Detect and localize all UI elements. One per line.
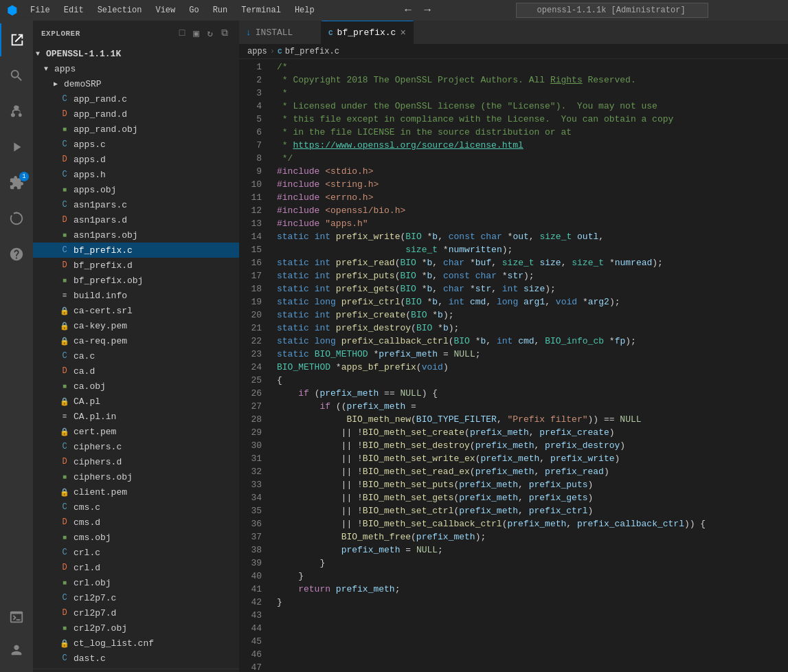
tree-file-asn1pars-c[interactable]: C asn1pars.c: [33, 197, 239, 212]
collapse-button[interactable]: ⧉: [218, 26, 231, 41]
new-file-button[interactable]: □: [177, 26, 188, 41]
search-wrapper: 🔍 openssl-1.1.1k [Administrator]: [516, 3, 708, 18]
tree-file-app-rand-d[interactable]: D app_rand.d: [33, 107, 239, 122]
menu-file[interactable]: File: [25, 4, 56, 16]
tree-file-apps-c[interactable]: C apps.c: [33, 137, 239, 152]
tree-file-app-rand-c[interactable]: C app_rand.c: [33, 91, 239, 107]
code-line-39: || !BIO_meth_set_ctrl(prefix_meth, prefi…: [270, 504, 788, 517]
tree-file-app-rand-obj[interactable]: ■ app_rand.obj: [33, 122, 239, 137]
code-line-43: }: [270, 557, 788, 570]
code-line-38: || !BIO_meth_set_gets(prefix_meth, prefi…: [270, 491, 788, 504]
tree-file-apps-d[interactable]: D apps.d: [33, 152, 239, 167]
code-line-16: static int prefix_write(BIO *b, const ch…: [270, 230, 788, 243]
menu-terminal[interactable]: Terminal: [236, 4, 286, 16]
menu-go[interactable]: Go: [183, 4, 204, 16]
code-line-3: *: [270, 87, 788, 100]
srl-file-icon: 🔒: [59, 306, 70, 315]
activity-test[interactable]: [0, 202, 33, 235]
tab-bf-prefix-c[interactable]: C bf_prefix.c ×: [322, 21, 414, 44]
new-folder-button[interactable]: ▣: [190, 26, 201, 41]
obj-file-icon-ciphers: ■: [59, 473, 70, 481]
tree-folder-demoSRP[interactable]: ▶ demoSRP: [33, 76, 239, 91]
tree-file-ca-obj[interactable]: ■ ca.obj: [33, 379, 239, 394]
activity-bar: 1: [0, 21, 33, 672]
tree-root-folder[interactable]: ▼ OPENSSL-1.1.1K: [33, 46, 239, 61]
code-editor: 12345 678910 1112131415 1617181920 21222…: [239, 59, 788, 672]
tree-file-bf-prefix-c[interactable]: C bf_prefix.c: [33, 243, 239, 258]
activity-search[interactable]: [0, 59, 33, 92]
menu-help[interactable]: Help: [289, 4, 320, 16]
tree-file-crl-d[interactable]: D crl.d: [33, 560, 239, 575]
tree-file-bf-prefix-obj[interactable]: ■ bf_prefix.obj: [33, 273, 239, 288]
menu-run[interactable]: Run: [207, 4, 234, 16]
c-file-icon-cms: C: [59, 502, 70, 512]
code-line-13: #include <openssl/bio.h>: [270, 204, 788, 217]
tree-file-ca-cert-srl[interactable]: 🔒 ca-cert.srl: [33, 303, 239, 318]
tree-file-ca-pl[interactable]: 🔒 CA.pl: [33, 394, 239, 409]
search-bar[interactable]: openssl-1.1.1k [Administrator]: [516, 3, 708, 18]
tree-file-ca-req-pem[interactable]: 🔒 ca-req.pem: [33, 333, 239, 348]
activity-terminal[interactable]: [0, 601, 33, 634]
nav-forward-button[interactable]: →: [419, 2, 436, 19]
tree-file-ca-key-pem[interactable]: 🔒 ca-key.pem: [33, 318, 239, 333]
refresh-button[interactable]: ↻: [205, 26, 216, 41]
activity-run[interactable]: [0, 131, 33, 164]
tab-close-button[interactable]: ×: [400, 27, 405, 38]
code-line-36: || !BIO_meth_set_read_ex(prefix_meth, pr…: [270, 465, 788, 478]
menu-selection[interactable]: Selection: [92, 4, 148, 16]
activity-extensions[interactable]: 1: [0, 166, 33, 199]
tree-file-ct-log-list-cnf[interactable]: 🔒 ct_log_list.cnf: [33, 636, 239, 651]
tree-file-crl2p7-c[interactable]: C crl2p7.c: [33, 590, 239, 605]
file-crl2p7-obj-label: crl2p7.obj: [74, 623, 127, 634]
tree-folder-apps[interactable]: ▼ apps: [33, 61, 239, 76]
file-tree: ▼ OPENSSL-1.1.1K ▼ apps ▶ demoSRP C app_…: [33, 46, 239, 672]
nav-back-button[interactable]: ←: [400, 2, 416, 19]
obj-file-icon-asn1: ■: [59, 232, 70, 239]
breadcrumb-apps: apps: [247, 47, 267, 56]
tree-file-bf-prefix-d[interactable]: D bf_prefix.d: [33, 258, 239, 273]
obj-file-icon-crl2p7: ■: [59, 625, 70, 632]
breadcrumb-sep-icon: ›: [270, 47, 275, 56]
tree-file-apps-h[interactable]: C apps.h: [33, 167, 239, 182]
tree-file-dast-c[interactable]: C dast.c: [33, 651, 239, 666]
file-ca-req-pem-label: ca-req.pem: [74, 336, 127, 346]
activity-account[interactable]: [0, 634, 33, 667]
tree-file-cms-obj[interactable]: ■ cms.obj: [33, 530, 239, 545]
tree-file-cms-d[interactable]: D cms.d: [33, 515, 239, 530]
file-crl-c-label: crl.c: [74, 548, 100, 558]
code-line-24: static long prefix_callback_ctrl(BIO *b,…: [270, 335, 788, 348]
tree-file-ciphers-c[interactable]: C ciphers.c: [33, 439, 239, 454]
tab-install[interactable]: ↓ INSTALL: [239, 21, 322, 44]
file-apps-c-label: apps.c: [74, 139, 106, 150]
tree-file-crl2p7-obj[interactable]: ■ crl2p7.obj: [33, 620, 239, 636]
tree-file-ca-pl-in[interactable]: ≡ CA.pl.in: [33, 409, 239, 424]
tree-file-apps-obj[interactable]: ■ apps.obj: [33, 182, 239, 197]
tree-file-ca-c[interactable]: C ca.c: [33, 348, 239, 363]
tree-file-asn1pars-d[interactable]: D asn1pars.d: [33, 212, 239, 227]
file-apps-obj-label: apps.obj: [74, 185, 116, 195]
obj-file-icon-cms: ■: [59, 534, 70, 541]
tree-file-ciphers-d[interactable]: D ciphers.d: [33, 454, 239, 469]
activity-git[interactable]: [0, 95, 33, 128]
activity-debug[interactable]: [0, 238, 33, 271]
tree-file-crl2p7-d[interactable]: D crl2p7.d: [33, 605, 239, 620]
tree-file-cms-c[interactable]: C cms.c: [33, 500, 239, 515]
tree-file-asn1pars-obj[interactable]: ■ asn1pars.obj: [33, 227, 239, 243]
file-app-rand-c-label: app_rand.c: [74, 94, 127, 104]
menu-view[interactable]: View: [150, 4, 181, 16]
tree-file-ca-d[interactable]: D ca.d: [33, 363, 239, 379]
file-crl2p7-d-label: crl2p7.d: [74, 608, 116, 618]
tree-file-ciphers-obj[interactable]: ■ ciphers.obj: [33, 469, 239, 484]
install-tab-label: INSTALL: [256, 27, 293, 38]
code-content[interactable]: /* * Copyright 2018 The OpenSSL Project …: [270, 59, 788, 672]
file-dast-c-label: dast.c: [74, 653, 106, 664]
tree-file-cert-pem[interactable]: 🔒 cert.pem: [33, 424, 239, 439]
file-ciphers-d-label: ciphers.d: [74, 457, 122, 467]
search-bar-text: openssl-1.1.1k [Administrator]: [537, 5, 686, 15]
activity-explorer[interactable]: [0, 23, 33, 56]
tree-file-build-info[interactable]: ≡ build.info: [33, 288, 239, 303]
menu-edit[interactable]: Edit: [58, 4, 89, 16]
tree-file-crl-c[interactable]: C crl.c: [33, 545, 239, 560]
tree-file-client-pem[interactable]: 🔒 client.pem: [33, 484, 239, 500]
tree-file-crl-obj[interactable]: ■ crl.obj: [33, 575, 239, 590]
